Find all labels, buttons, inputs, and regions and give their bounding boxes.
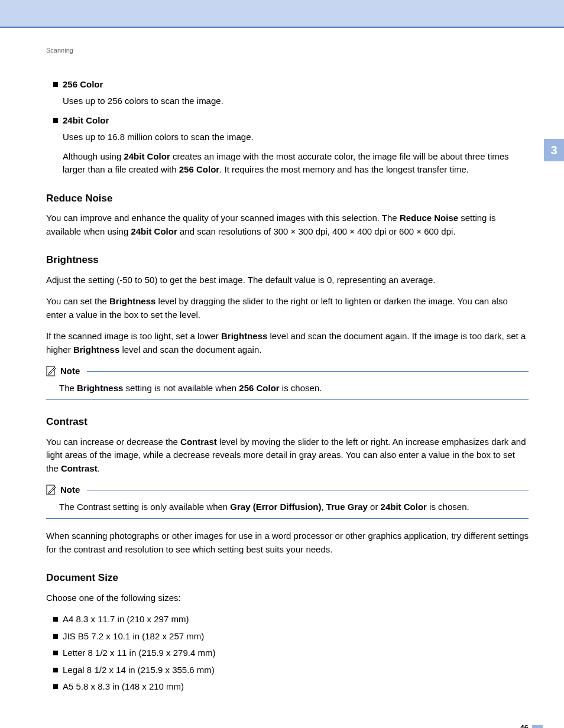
- text: You can set the: [46, 296, 109, 306]
- text-bold: 256 Color: [239, 383, 279, 393]
- text-bold: 256 Color: [179, 164, 219, 174]
- text-bold: 24bit Color: [381, 502, 427, 512]
- header-band: [0, 0, 564, 27]
- bullet-24bit-color: 24bit Color: [53, 114, 529, 128]
- size-text: A4 8.3 x 11.7 in (210 x 297 mm): [63, 614, 189, 624]
- text: Although using: [63, 151, 124, 161]
- bullet-256-desc: Uses up to 256 colors to scan the image.: [63, 95, 529, 108]
- text-bold: Reduce Noise: [400, 213, 458, 223]
- size-text: A5 5.8 x 8.3 in (148 x 210 mm): [63, 681, 184, 691]
- note-line: [87, 371, 529, 372]
- bullet-256-color: 256 Color: [53, 78, 529, 92]
- text: The: [59, 383, 77, 393]
- note-label: Note: [60, 483, 80, 497]
- brightness-p2: You can set the Brightness level by drag…: [46, 295, 529, 321]
- size-text: JIS B5 7.2 x 10.1 in (182 x 257 mm): [63, 631, 204, 641]
- page-number: 46: [520, 723, 529, 729]
- list-item: A4 8.3 x 11.7 in (210 x 297 mm): [53, 613, 529, 626]
- text-bold: Brightness: [73, 344, 119, 355]
- list-item: JIS B5 7.2 x 10.1 in (182 x 257 mm): [53, 630, 529, 644]
- reduce-noise-body: You can improve and enhance the quality …: [46, 212, 529, 238]
- size-text: Legal 8 1/2 x 14 in (215.9 x 355.6 mm): [63, 665, 215, 675]
- text-bold: True Gray: [326, 502, 368, 512]
- bullet-24bit-desc2: Although using 24bit Color creates an im…: [63, 150, 529, 177]
- text: is chosen.: [427, 502, 469, 512]
- text-bold: Brightness: [77, 383, 123, 393]
- bullet-icon: [53, 651, 58, 655]
- text: setting is not available when: [123, 383, 239, 393]
- text: ,: [322, 502, 326, 512]
- page-content: 3 Scanning 256 Color Uses up to 256 colo…: [0, 28, 564, 721]
- note-body-contrast: The Contrast setting is only available w…: [59, 500, 529, 514]
- contrast-p1: You can increase or decrease the Contras…: [46, 436, 529, 476]
- breadcrumb: Scanning: [46, 46, 529, 56]
- page-mark-icon: [532, 725, 543, 729]
- note-header: Note: [46, 483, 529, 497]
- text: . It requires the most memory and has th…: [219, 164, 469, 174]
- text-bold: 24bit Color: [124, 151, 170, 161]
- text-bold: Gray (Error Diffusion): [230, 502, 321, 512]
- bullet-icon: [53, 617, 58, 622]
- text: is chosen.: [280, 383, 322, 393]
- note-close-line: [46, 399, 529, 400]
- bullet-icon: [53, 118, 58, 123]
- document-size-intro: Choose one of the following sizes:: [46, 592, 529, 605]
- heading-reduce-noise: Reduce Noise: [46, 191, 529, 206]
- text-bold: Contrast: [180, 437, 217, 447]
- bullet-icon: [53, 668, 58, 672]
- text: The Contrast setting is only available w…: [59, 502, 230, 512]
- note-header: Note: [46, 365, 529, 378]
- note-close-line: [46, 518, 529, 519]
- chapter-tab: 3: [544, 139, 564, 161]
- heading-contrast: Contrast: [46, 414, 529, 430]
- note-icon: [46, 485, 57, 495]
- contrast-after: When scanning photographs or other image…: [46, 529, 529, 556]
- bullet-icon: [53, 684, 58, 689]
- bullet-icon: [53, 634, 58, 639]
- text-bold: Contrast: [61, 463, 98, 473]
- text: You can improve and enhance the quality …: [46, 213, 400, 223]
- bullet-label: 256 Color: [63, 79, 103, 89]
- heading-brightness: Brightness: [46, 252, 529, 268]
- list-item: Legal 8 1/2 x 14 in (215.9 x 355.6 mm): [53, 664, 529, 677]
- size-text: Letter 8 1/2 x 11 in (215.9 x 279.4 mm): [63, 648, 215, 658]
- text: You can increase or decrease the: [46, 437, 180, 447]
- document-size-list: A4 8.3 x 11.7 in (210 x 297 mm) JIS B5 7…: [46, 613, 529, 694]
- text: or: [368, 502, 381, 512]
- note-label: Note: [60, 365, 80, 378]
- bullet-24bit-desc1: Uses up to 16.8 million colors to scan t…: [63, 131, 529, 144]
- text: level and scan the document again.: [119, 344, 261, 355]
- text-bold: Brightness: [109, 296, 155, 306]
- note-body-brightness: The Brightness setting is not available …: [59, 382, 529, 395]
- page-footer: 46: [0, 721, 564, 729]
- list-item: Letter 8 1/2 x 11 in (215.9 x 279.4 mm): [53, 646, 529, 660]
- text-bold: Brightness: [221, 331, 267, 341]
- brightness-p3: If the scanned image is too light, set a…: [46, 330, 529, 356]
- list-item: A5 5.8 x 8.3 in (148 x 210 mm): [53, 680, 529, 694]
- text: .: [98, 463, 100, 473]
- bullet-label: 24bit Color: [63, 115, 109, 125]
- note-line: [87, 490, 529, 490]
- bullet-icon: [53, 82, 58, 87]
- text: and scan resolutions of 300 × 300 dpi, 4…: [177, 226, 456, 236]
- note-icon: [46, 366, 57, 376]
- text: If the scanned image is too light, set a…: [46, 331, 221, 341]
- brightness-p1: Adjust the setting (-50 to 50) to get th…: [46, 274, 529, 287]
- text-bold: 24bit Color: [131, 226, 177, 236]
- heading-document-size: Document Size: [46, 570, 529, 586]
